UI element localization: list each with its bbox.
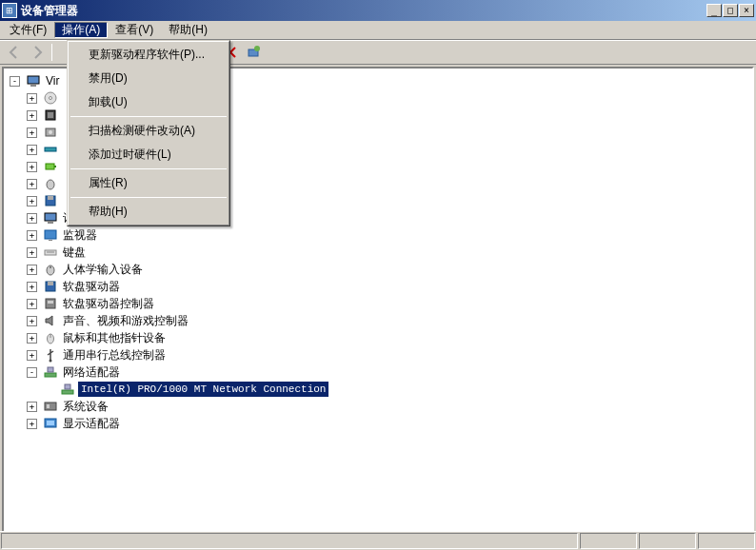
tree-toggle[interactable]: +	[27, 282, 37, 292]
tree-item[interactable]: -网络适配器	[6, 363, 750, 381]
svg-rect-11	[46, 164, 54, 169]
tree-item-label[interactable]: 键盘	[61, 244, 88, 262]
tree-item-label[interactable]	[61, 114, 65, 116]
tree-toggle[interactable]: +	[27, 162, 37, 172]
tree-item-label[interactable]	[61, 97, 65, 99]
hid2-icon	[43, 262, 58, 277]
disk-icon	[43, 125, 58, 140]
computer-icon	[43, 210, 58, 226]
tree-item[interactable]: +显示适配器	[6, 415, 750, 432]
tree-item[interactable]: +软盘驱动器控制器	[6, 295, 750, 312]
tree-item-label[interactable]	[61, 148, 65, 150]
tree-item[interactable]: +通用串行总线控制器	[6, 346, 750, 363]
tree-item-label[interactable]: 声音、视频和游戏控制器	[61, 312, 190, 330]
tree-item[interactable]: +鼠标和其他指针设备	[6, 329, 750, 346]
tree-root-label[interactable]: Vir	[44, 73, 61, 88]
svg-rect-25	[48, 282, 53, 285]
tree-item[interactable]: +系统设备	[6, 398, 750, 415]
tree-item[interactable]: +声音、视频和游戏控制器	[6, 312, 750, 329]
tree-item-label[interactable]	[61, 183, 65, 185]
tree-toggle[interactable]: +	[27, 110, 37, 121]
svg-rect-10	[45, 147, 56, 151]
dd-separator	[70, 168, 227, 169]
dd-separator	[70, 197, 227, 198]
dd-scan-hardware[interactable]: 扫描检测硬件改动(A)	[70, 119, 228, 143]
network-icon	[43, 364, 58, 380]
tree-item[interactable]: +软盘驱动器	[6, 278, 750, 295]
tree-item-label[interactable]	[61, 200, 65, 202]
svg-rect-19	[49, 240, 52, 241]
maximize-button[interactable]: □	[723, 4, 738, 17]
tree-item-label[interactable]: 鼠标和其他指针设备	[61, 329, 168, 347]
tree-toggle[interactable]: +	[27, 179, 37, 189]
tree-toggle[interactable]: -	[27, 367, 37, 378]
tree-item-label[interactable]: 软盘驱动器	[61, 278, 122, 296]
svg-rect-18	[45, 230, 56, 239]
tree-toggle[interactable]: +	[27, 247, 37, 258]
tree-toggle[interactable]: +	[27, 128, 37, 138]
usb-icon	[43, 347, 58, 363]
tree-toggle[interactable]: +	[27, 213, 37, 224]
svg-point-1	[254, 46, 260, 51]
svg-rect-12	[54, 166, 56, 167]
svg-rect-35	[45, 403, 56, 410]
status-pane-3	[698, 533, 755, 549]
minimize-button[interactable]: _	[706, 4, 722, 17]
tree-item-label[interactable]: 监视器	[61, 226, 99, 245]
window-controls: _ □ ×	[706, 4, 754, 17]
computer-icon	[26, 73, 41, 88]
dd-properties[interactable]: 属性(R)	[70, 171, 228, 195]
close-button[interactable]: ×	[739, 4, 754, 17]
back-button[interactable]	[4, 42, 25, 63]
tree-child[interactable]: Intel(R) PRO/1000 MT Network Connection	[6, 381, 750, 398]
tree-toggle[interactable]: -	[10, 76, 20, 87]
tree-toggle[interactable]: +	[27, 299, 37, 309]
tree-item-label[interactable]: 通用串行总线控制器	[61, 346, 168, 364]
tree-item-label[interactable]: 显示适配器	[61, 415, 122, 433]
arrow-left-icon	[7, 45, 22, 60]
system-icon	[43, 399, 58, 414]
tree-toggle[interactable]: +	[27, 350, 37, 361]
tree-toggle[interactable]: +	[27, 196, 37, 206]
forward-button[interactable]	[27, 42, 48, 63]
dd-uninstall[interactable]: 卸载(U)	[70, 90, 228, 114]
tree-toggle[interactable]: +	[27, 230, 37, 241]
tree-item-label[interactable]	[61, 131, 65, 133]
dd-update-driver[interactable]: 更新驱动程序软件(P)...	[70, 43, 228, 67]
tree-item-label[interactable]: 软盘驱动器控制器	[61, 295, 156, 313]
svg-rect-31	[45, 373, 56, 377]
tree-item-label[interactable]: 人体学输入设备	[61, 261, 145, 279]
tree-child-label[interactable]: Intel(R) PRO/1000 MT Network Connection	[78, 382, 328, 397]
action-dropdown: 更新驱动程序软件(P)... 禁用(D) 卸载(U) 扫描检测硬件改动(A) 添…	[67, 40, 230, 226]
menu-help[interactable]: 帮助(H)	[161, 22, 215, 38]
tree-toggle[interactable]: +	[27, 419, 37, 429]
tree-toggle[interactable]: +	[27, 316, 37, 326]
display-icon	[43, 416, 58, 431]
monitor-icon	[43, 227, 58, 243]
svg-rect-36	[47, 404, 50, 408]
dd-add-legacy[interactable]: 添加过时硬件(L)	[70, 143, 228, 167]
svg-rect-27	[48, 301, 53, 304]
scan-button[interactable]	[243, 42, 264, 63]
tree-toggle[interactable]: +	[27, 265, 37, 275]
tree-toggle[interactable]: +	[27, 333, 37, 344]
dd-help[interactable]: 帮助(H)	[70, 200, 228, 224]
menu-file[interactable]: 文件(F)	[2, 22, 54, 38]
app-icon: ⊞	[2, 3, 17, 18]
tree-item-label[interactable]: 网络适配器	[61, 363, 122, 382]
tree-item-label[interactable]: 系统设备	[61, 398, 110, 416]
tree-item[interactable]: +键盘	[6, 244, 750, 261]
tree-toggle[interactable]: +	[27, 145, 37, 155]
keyboard-icon	[43, 245, 58, 260]
menu-view[interactable]: 查看(V)	[108, 22, 161, 38]
tree-item[interactable]: +人体学输入设备	[6, 261, 750, 278]
menu-action[interactable]: 操作(A)	[54, 22, 108, 38]
tree-toggle[interactable]: +	[27, 93, 37, 104]
svg-point-23	[50, 266, 51, 268]
tree-toggle[interactable]: +	[27, 402, 37, 412]
mouse-icon	[43, 330, 58, 345]
tree-item-label[interactable]	[61, 166, 65, 167]
svg-rect-16	[45, 213, 56, 221]
dd-disable[interactable]: 禁用(D)	[70, 67, 228, 90]
tree-item[interactable]: +监视器	[6, 226, 750, 244]
